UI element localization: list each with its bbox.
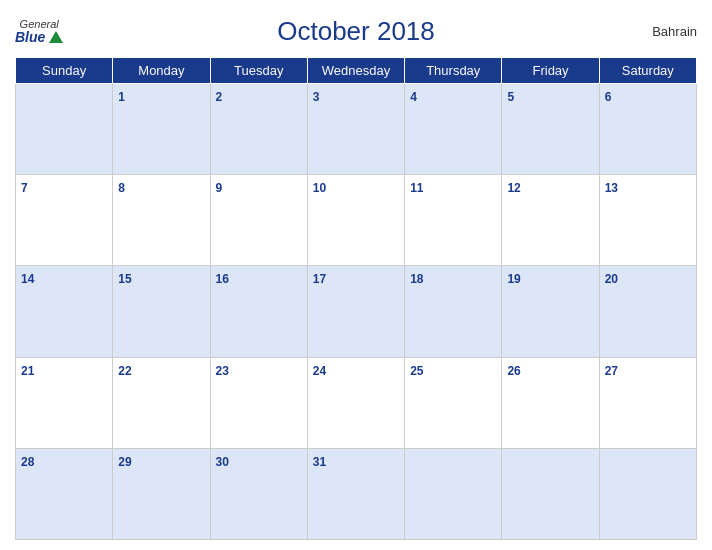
calendar-day-cell: [502, 448, 599, 539]
day-number: 21: [21, 364, 34, 378]
logo-triangle-icon: [49, 31, 63, 43]
day-number: 5: [507, 90, 514, 104]
day-number: 8: [118, 181, 125, 195]
calendar-day-cell: 28: [16, 448, 113, 539]
day-number: 14: [21, 272, 34, 286]
day-number: 4: [410, 90, 417, 104]
day-number: 19: [507, 272, 520, 286]
day-number: 15: [118, 272, 131, 286]
calendar-day-cell: [405, 448, 502, 539]
calendar-header: General Blue October 2018 Bahrain: [15, 10, 697, 51]
day-number: 13: [605, 181, 618, 195]
calendar-day-cell: 31: [307, 448, 404, 539]
calendar-day-cell: 22: [113, 357, 210, 448]
calendar-day-cell: 12: [502, 175, 599, 266]
page-title: October 2018: [277, 16, 435, 47]
calendar-week-row: 78910111213: [16, 175, 697, 266]
calendar-day-cell: 20: [599, 266, 696, 357]
calendar-day-cell: 23: [210, 357, 307, 448]
calendar-day-cell: 7: [16, 175, 113, 266]
calendar-day-cell: 6: [599, 84, 696, 175]
calendar-day-cell: 17: [307, 266, 404, 357]
logo-icon: Blue: [15, 30, 63, 44]
day-number: 17: [313, 272, 326, 286]
calendar-week-row: 28293031: [16, 448, 697, 539]
day-number: 27: [605, 364, 618, 378]
calendar-day-cell: 25: [405, 357, 502, 448]
calendar-day-cell: 8: [113, 175, 210, 266]
day-number: 25: [410, 364, 423, 378]
logo-blue-text: Blue: [15, 30, 45, 44]
calendar-day-cell: 15: [113, 266, 210, 357]
calendar-week-row: 14151617181920: [16, 266, 697, 357]
calendar-day-cell: [16, 84, 113, 175]
calendar-day-cell: 27: [599, 357, 696, 448]
day-number: 22: [118, 364, 131, 378]
calendar-day-cell: 2: [210, 84, 307, 175]
calendar-day-cell: 29: [113, 448, 210, 539]
day-number: 9: [216, 181, 223, 195]
calendar-day-cell: 14: [16, 266, 113, 357]
day-number: 11: [410, 181, 423, 195]
day-header-friday: Friday: [502, 58, 599, 84]
day-number: 12: [507, 181, 520, 195]
calendar-day-cell: 13: [599, 175, 696, 266]
calendar-week-row: 21222324252627: [16, 357, 697, 448]
calendar-day-cell: 10: [307, 175, 404, 266]
country-label: Bahrain: [652, 24, 697, 39]
calendar-day-cell: 26: [502, 357, 599, 448]
calendar-day-cell: [599, 448, 696, 539]
calendar-day-cell: 21: [16, 357, 113, 448]
day-header-saturday: Saturday: [599, 58, 696, 84]
calendar-day-cell: 1: [113, 84, 210, 175]
calendar-day-cell: 3: [307, 84, 404, 175]
day-number: 6: [605, 90, 612, 104]
day-number: 26: [507, 364, 520, 378]
calendar-day-cell: 24: [307, 357, 404, 448]
day-number: 3: [313, 90, 320, 104]
calendar-day-cell: 19: [502, 266, 599, 357]
day-number: 29: [118, 455, 131, 469]
day-header-sunday: Sunday: [16, 58, 113, 84]
day-number: 2: [216, 90, 223, 104]
day-number: 7: [21, 181, 28, 195]
day-number: 24: [313, 364, 326, 378]
calendar-day-cell: 18: [405, 266, 502, 357]
calendar-day-cell: 16: [210, 266, 307, 357]
day-number: 18: [410, 272, 423, 286]
calendar-day-cell: 4: [405, 84, 502, 175]
day-number: 1: [118, 90, 125, 104]
day-number: 31: [313, 455, 326, 469]
logo: General Blue: [15, 19, 63, 44]
calendar-day-cell: 5: [502, 84, 599, 175]
calendar-header-row: SundayMondayTuesdayWednesdayThursdayFrid…: [16, 58, 697, 84]
calendar-day-cell: 30: [210, 448, 307, 539]
day-number: 16: [216, 272, 229, 286]
calendar-table: SundayMondayTuesdayWednesdayThursdayFrid…: [15, 57, 697, 540]
day-number: 20: [605, 272, 618, 286]
day-header-tuesday: Tuesday: [210, 58, 307, 84]
day-number: 30: [216, 455, 229, 469]
day-header-monday: Monday: [113, 58, 210, 84]
day-header-thursday: Thursday: [405, 58, 502, 84]
calendar-day-cell: 11: [405, 175, 502, 266]
calendar-day-cell: 9: [210, 175, 307, 266]
day-header-wednesday: Wednesday: [307, 58, 404, 84]
day-number: 28: [21, 455, 34, 469]
day-number: 10: [313, 181, 326, 195]
day-number: 23: [216, 364, 229, 378]
calendar-week-row: 123456: [16, 84, 697, 175]
